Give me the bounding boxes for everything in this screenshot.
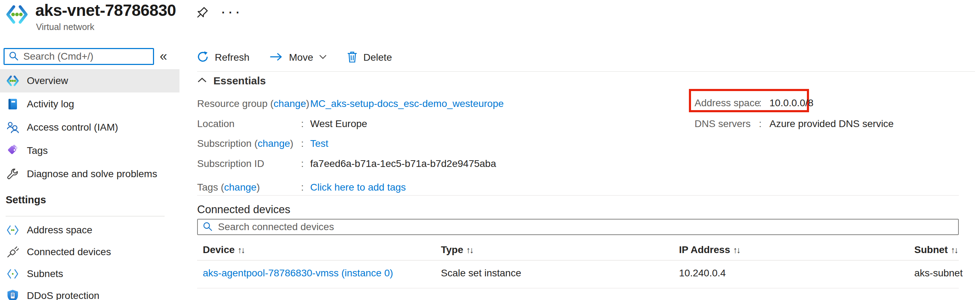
chevron-down-icon <box>319 54 327 61</box>
sort-icon: ↑↓ <box>466 245 473 255</box>
column-header-subnet[interactable]: Subnet↑↓ <box>914 244 958 256</box>
field-label: Subscription ID <box>197 158 301 170</box>
field-label: DNS servers <box>695 118 759 130</box>
essentials-row-resource-group: Resource group (change) : MC_aks-setup-d… <box>197 98 504 110</box>
change-link[interactable]: change <box>224 182 256 193</box>
sort-icon: ↑↓ <box>237 245 244 255</box>
virtual-network-icon <box>6 75 20 86</box>
sidebar-collapse-button[interactable]: « <box>160 49 167 64</box>
page-title: aks-vnet-78786830 <box>35 1 176 20</box>
sort-icon: ↑↓ <box>733 245 740 255</box>
device-link[interactable]: aks-agentpool-78786830-vmss (instance 0) <box>203 268 393 279</box>
virtual-network-icon <box>6 4 28 26</box>
field-value: West Europe <box>310 118 367 130</box>
field-label: Resource group <box>197 98 267 109</box>
sidebar-settings-header: Settings <box>0 186 180 211</box>
essentials-row-tags: Tags (change) : Click here to add tags <box>197 182 406 193</box>
move-arrow-icon <box>270 52 283 63</box>
field-label: Location <box>197 118 301 130</box>
more-options-button[interactable]: ··· <box>220 1 242 22</box>
column-header-device[interactable]: Device↑↓ <box>203 244 244 256</box>
page-subtitle: Virtual network <box>36 22 94 32</box>
delete-button[interactable]: Delete <box>347 51 392 64</box>
dns-servers-value: Azure provided DNS service <box>770 118 894 130</box>
field-label: Subscription <box>197 138 251 149</box>
sort-icon: ↑↓ <box>951 245 958 255</box>
field-label: Address space <box>695 97 759 109</box>
add-tags-link[interactable]: Click here to add tags <box>310 182 406 193</box>
table-header: Device↑↓ Type↑↓ IP Address↑↓ Subnet↑↓ <box>197 244 959 260</box>
device-ip: 10.240.0.4 <box>679 268 725 279</box>
sidebar-item-activity-log[interactable]: Activity log <box>0 92 180 116</box>
column-header-type[interactable]: Type↑↓ <box>441 244 473 256</box>
column-header-ip-address[interactable]: IP Address↑↓ <box>679 244 740 256</box>
essentials-row-location: Location : West Europe <box>197 118 367 130</box>
essentials-row-dns-servers: DNS servers : Azure provided DNS service <box>695 118 894 130</box>
address-space-icon <box>6 225 20 235</box>
plug-icon <box>6 246 20 258</box>
tags-icon <box>6 144 20 157</box>
sidebar-item-tags[interactable]: Tags <box>0 139 180 162</box>
pin-icon[interactable] <box>195 6 210 22</box>
search-placeholder: Search (Cmd+/) <box>23 51 93 62</box>
move-button[interactable]: Move <box>270 52 326 63</box>
chevron-up-icon <box>197 77 207 85</box>
address-space-value: 10.0.0.0/8 <box>770 97 814 109</box>
command-bar: Refresh Move Delete <box>197 49 412 67</box>
sidebar-nav: Overview Activity log <box>0 69 180 300</box>
subnet-icon <box>6 269 20 279</box>
activity-log-icon <box>6 98 20 110</box>
device-subnet: aks-subnet <box>914 268 963 279</box>
field-value: fa7eed6a-b71a-1ec5-b71a-b7d2e9475aba <box>310 158 496 170</box>
change-link[interactable]: change <box>258 138 290 149</box>
search-icon <box>203 222 212 233</box>
sidebar-item-address-space[interactable]: Address space <box>0 219 180 241</box>
subscription-link[interactable]: Test <box>310 138 328 149</box>
sidebar-item-subnets[interactable]: Subnets <box>0 263 180 285</box>
connected-devices-search-input[interactable]: Search connected devices <box>197 219 959 235</box>
sidebar-search-input[interactable]: Search (Cmd+/) <box>3 48 154 65</box>
wrench-icon <box>6 168 20 180</box>
search-placeholder: Search connected devices <box>218 221 334 233</box>
azure-vnet-overview-page: aks-vnet-78786830 Virtual network ··· Se… <box>0 0 980 300</box>
field-label: Tags <box>197 182 218 193</box>
shield-server-icon <box>6 289 20 300</box>
table-row: aks-agentpool-78786830-vmss (instance 0)… <box>197 268 959 287</box>
divider <box>197 288 959 288</box>
search-icon <box>9 51 18 62</box>
divider <box>197 260 959 260</box>
trash-icon <box>347 51 357 64</box>
refresh-icon <box>197 51 208 64</box>
essentials-row-subscription-id: Subscription ID : fa7eed6a-b71a-1ec5-b71… <box>197 158 496 170</box>
sidebar-item-ddos-protection[interactable]: DDoS protection <box>0 285 180 300</box>
resource-group-link[interactable]: MC_aks-setup-docs_esc-demo_westeurope <box>310 98 504 110</box>
device-type: Scale set instance <box>441 268 521 279</box>
essentials-row-subscription: Subscription (change) : Test <box>197 138 328 149</box>
refresh-button[interactable]: Refresh <box>197 51 250 64</box>
sidebar-item-diagnose[interactable]: Diagnose and solve problems <box>0 162 180 186</box>
sidebar-item-access-control[interactable]: Access control (IAM) <box>0 116 180 139</box>
sidebar-item-overview[interactable]: Overview <box>0 69 180 92</box>
essentials-row-address-space: Address space : 10.0.0.0/8 <box>695 97 814 109</box>
divider <box>197 195 959 195</box>
sidebar-item-connected-devices[interactable]: Connected devices <box>0 241 180 263</box>
essentials-toggle[interactable]: Essentials <box>197 75 266 87</box>
access-control-icon <box>6 121 20 133</box>
divider <box>6 216 165 216</box>
connected-devices-title: Connected devices <box>197 203 290 216</box>
